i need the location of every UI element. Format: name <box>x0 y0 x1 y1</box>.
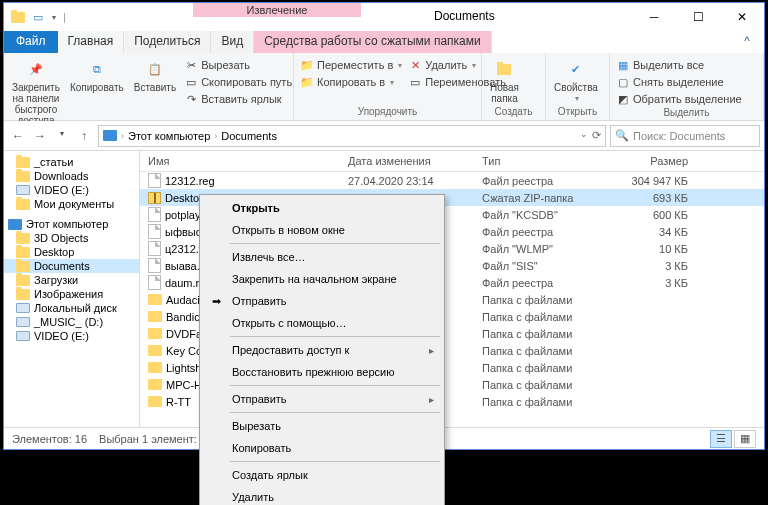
ctx-send-to[interactable]: Отправить▸ <box>202 388 442 410</box>
breadcrumb-chevron-icon[interactable]: ⌄ <box>580 129 588 142</box>
tab-compressed-tools[interactable]: Средства работы со сжатыми папками <box>254 31 492 53</box>
ribbon-tabs: Файл Главная Поделиться Вид Средства раб… <box>4 31 764 53</box>
window-title: Documents <box>434 9 495 23</box>
tree-item[interactable]: 3D Objects <box>4 231 139 245</box>
ctx-cut[interactable]: Вырезать <box>202 415 442 437</box>
tree-item[interactable]: Documents <box>4 259 139 273</box>
search-placeholder: Поиск: Documents <box>633 130 725 142</box>
ctx-open-new-window[interactable]: Открыть в новом окне <box>202 219 442 241</box>
move-icon: 📁 <box>300 58 314 72</box>
tree-item[interactable]: Downloads <box>4 169 139 183</box>
ctx-share-access[interactable]: Предоставить доступ к▸ <box>202 339 442 361</box>
tree-root-this-pc[interactable]: Этот компьютер <box>4 217 139 231</box>
column-headers[interactable]: Имя Дата изменения Тип Размер <box>140 151 764 172</box>
separator <box>230 412 440 413</box>
col-type[interactable]: Тип <box>482 155 612 167</box>
chevron-right-icon: › <box>212 131 219 141</box>
chevron-right-icon: › <box>119 131 126 141</box>
window-controls: ─ ☐ ✕ <box>632 3 764 31</box>
copy-path-button[interactable]: ▭Скопировать путь <box>182 74 294 90</box>
ctx-restore-version[interactable]: Восстановить прежнюю версию <box>202 361 442 383</box>
tree-item[interactable]: VIDEO (E:) <box>4 183 139 197</box>
tree-item[interactable]: _статьи <box>4 155 139 169</box>
breadcrumb[interactable]: › Этот компьютер › Documents ⌄ ⟳ <box>98 125 606 147</box>
separator <box>230 243 440 244</box>
qat-chevron-icon[interactable]: ▾ <box>50 13 56 22</box>
titlebar: ▭ ▾ │ Извлечение Documents ─ ☐ ✕ <box>4 3 764 31</box>
select-none-button[interactable]: ▢Снять выделение <box>614 74 744 90</box>
paste-shortcut-button[interactable]: ↷Вставить ярлык <box>182 91 294 107</box>
minimize-button[interactable]: ─ <box>632 3 676 31</box>
select-all-button[interactable]: ▦Выделить все <box>614 57 744 73</box>
quick-access-toolbar: ▭ ▾ │ <box>4 3 67 31</box>
new-folder-icon <box>492 57 516 81</box>
tree-item[interactable]: Локальный диск <box>4 301 139 315</box>
separator <box>230 385 440 386</box>
forward-button[interactable]: → <box>30 129 50 143</box>
chevron-down-icon: ▾ <box>390 78 394 87</box>
pin-quick-access-button[interactable]: 📌 Закрепить на панели быстрого доступа <box>8 55 64 128</box>
tab-file[interactable]: Файл <box>4 31 58 53</box>
crumb-folder[interactable]: Documents <box>221 130 277 142</box>
submenu-arrow-icon: ▸ <box>429 345 434 356</box>
navigation-tree[interactable]: _статьиDownloadsVIDEO (E:)Мои документыЭ… <box>4 151 140 427</box>
tree-item[interactable]: Изображения <box>4 287 139 301</box>
ctx-extract-all[interactable]: Извлечь все… <box>202 246 442 268</box>
delete-icon: ✕ <box>408 58 422 72</box>
paste-button[interactable]: 📋 Вставить <box>130 55 180 95</box>
submenu-arrow-icon: ▸ <box>429 394 434 405</box>
tab-home[interactable]: Главная <box>58 31 125 53</box>
ctx-send[interactable]: ➡Отправить <box>202 290 442 312</box>
col-size[interactable]: Размер <box>612 155 688 167</box>
invert-selection-button[interactable]: ◩Обратить выделение <box>614 91 744 107</box>
chevron-down-icon: ▾ <box>398 61 402 70</box>
rename-icon: ▭ <box>408 75 422 89</box>
history-chevron-icon[interactable]: ▾ <box>52 129 72 143</box>
up-button[interactable]: ↑ <box>74 129 94 143</box>
new-folder-button[interactable]: Новая папка <box>486 55 523 106</box>
tree-item[interactable]: Desktop <box>4 245 139 259</box>
chevron-down-icon: ▾ <box>472 61 476 70</box>
group-open-label: Открыть <box>550 106 605 118</box>
ctx-open[interactable]: Открыть <box>202 197 442 219</box>
pc-icon <box>103 130 117 141</box>
col-name[interactable]: Имя <box>148 155 348 167</box>
ctx-delete[interactable]: Удалить <box>202 486 442 505</box>
table-row[interactable]: 12312.reg 27.04.2020 23:14 Файл реестра … <box>140 172 764 189</box>
close-button[interactable]: ✕ <box>720 3 764 31</box>
select-all-icon: ▦ <box>616 58 630 72</box>
ctx-create-shortcut[interactable]: Создать ярлык <box>202 464 442 486</box>
tree-item[interactable]: Загрузки <box>4 273 139 287</box>
properties-qa-icon[interactable]: ▭ <box>30 9 46 25</box>
copyto-icon: 📁 <box>300 75 314 89</box>
ctx-copy[interactable]: Копировать <box>202 437 442 459</box>
separator <box>230 336 440 337</box>
tree-item[interactable]: VIDEO (E:) <box>4 329 139 343</box>
path-icon: ▭ <box>184 75 198 89</box>
group-organize-label: Упорядочить <box>298 106 477 118</box>
crumb-pc[interactable]: Этот компьютер <box>128 130 210 142</box>
cut-button[interactable]: ✂Вырезать <box>182 57 294 73</box>
copy-to-button[interactable]: 📁Копировать в▾ <box>298 74 404 90</box>
copy-button[interactable]: ⧉ Копировать <box>66 55 128 95</box>
paste-icon: 📋 <box>143 57 167 81</box>
ctx-open-with[interactable]: Открыть с помощью… <box>202 312 442 334</box>
back-button[interactable]: ← <box>8 129 28 143</box>
tree-item[interactable]: Мои документы <box>4 197 139 211</box>
copy-icon: ⧉ <box>85 57 109 81</box>
search-input[interactable]: 🔍 Поиск: Documents <box>610 125 760 147</box>
search-icon: 🔍 <box>615 129 629 142</box>
tab-view[interactable]: Вид <box>211 31 254 53</box>
tree-item[interactable]: _MUSIC_ (D:) <box>4 315 139 329</box>
properties-button[interactable]: ✔ Свойства ▾ <box>550 55 602 105</box>
view-icons-button[interactable]: ▦ <box>734 430 756 448</box>
ribbon-collapse-button[interactable]: ^ <box>730 31 764 53</box>
context-menu[interactable]: Открыть Открыть в новом окне Извлечь все… <box>199 194 445 505</box>
tab-share[interactable]: Поделиться <box>124 31 211 53</box>
maximize-button[interactable]: ☐ <box>676 3 720 31</box>
move-to-button[interactable]: 📁Переместить в▾ <box>298 57 404 73</box>
refresh-button[interactable]: ⟳ <box>592 129 601 142</box>
col-date[interactable]: Дата изменения <box>348 155 482 167</box>
ctx-pin-start[interactable]: Закрепить на начальном экране <box>202 268 442 290</box>
view-details-button[interactable]: ☰ <box>710 430 732 448</box>
